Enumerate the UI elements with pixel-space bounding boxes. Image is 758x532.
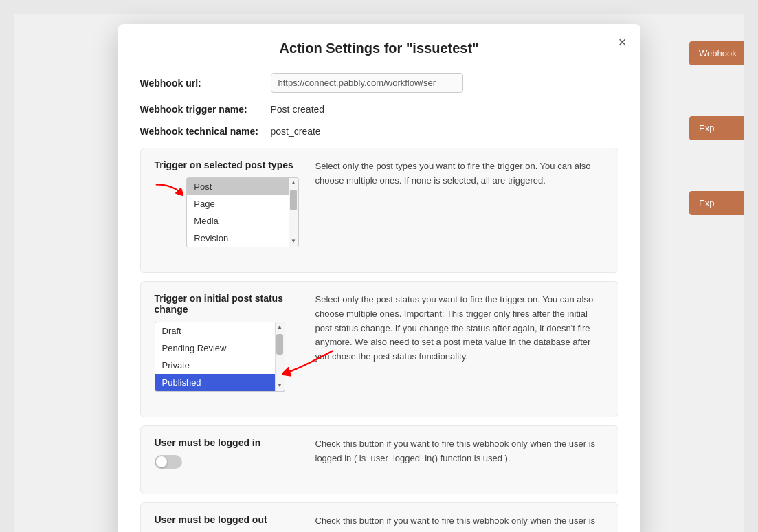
post-status-section: Trigger on initial post status change Dr… [140,281,618,417]
post-status-list[interactable]: DraftPending ReviewPrivatePublishedPendi… [155,322,285,391]
post-status-item-1[interactable]: Pending Review [155,340,285,357]
post-status-left: Trigger on initial post status change Dr… [155,293,299,392]
scrollbar-down-arrow-icon[interactable]: ▼ [289,236,298,245]
technical-name-label: Webhook technical name: [140,126,271,137]
post-status-scroll-up-icon[interactable]: ▲ [276,322,284,331]
webhook-url-label: Webhook url: [140,78,271,89]
post-types-left: Trigger on selected post types [155,159,299,247]
webhook-url-input[interactable] [271,73,463,93]
right-exp1-button[interactable]: Exp [689,116,744,140]
post-types-section: Trigger on selected post types [140,148,618,273]
post-status-arrow-row: DraftPending ReviewPrivatePublishedPendi… [155,322,299,392]
post-types-description: Select only the post types you want to f… [315,159,604,188]
post-status-item-0[interactable]: Draft [155,322,285,340]
post-types-list[interactable]: PostPageMediaRevisionNavigation Menu Ite… [187,178,298,247]
technical-name-row: Webhook technical name: post_create [140,126,618,137]
webhook-url-row: Webhook url: [140,73,618,93]
post-type-item-0[interactable]: Post [187,178,298,195]
trigger-name-label: Webhook trigger name: [140,104,271,115]
post-type-item-1[interactable]: Page [187,195,298,212]
post-status-item-2[interactable]: Private [155,357,285,374]
close-button[interactable]: × [618,35,627,49]
logged-in-description: Check this button if you want to fire th… [315,437,604,466]
logged-out-left: User must be logged out [155,514,299,532]
red-arrow-post-types-icon [155,180,184,201]
red-arrow-post-status-icon [282,349,337,377]
logged-in-toggle[interactable] [155,455,182,469]
post-status-scroll-down-icon[interactable]: ▼ [276,381,284,390]
logged-in-section: User must be logged in Check this button… [140,425,618,494]
right-webhook-button[interactable]: Webhook [689,41,744,65]
modal-title: Action Settings for "issuetest" [140,41,618,56]
logged-out-description: Check this button if you want to fire th… [315,514,604,532]
logged-out-section: User must be logged out Check this butto… [140,502,618,532]
logged-in-title: User must be logged in [155,437,299,448]
post-status-title: Trigger on initial post status change [155,293,299,315]
technical-name-value: post_create [271,126,321,137]
post-type-item-2[interactable]: Media [187,212,298,230]
post-types-arrow-row: PostPageMediaRevisionNavigation Menu Ite… [155,177,299,247]
post-status-item-3[interactable]: Published [155,374,285,391]
action-settings-modal: × Action Settings for "issuetest" Webhoo… [118,24,640,532]
trigger-name-row: Webhook trigger name: Post created [140,104,618,115]
trigger-name-value: Post created [271,104,325,115]
logged-in-toggle-knob [156,456,167,467]
logged-in-left: User must be logged in [155,437,299,469]
scrollbar-thumb [290,190,297,210]
post-status-listbox[interactable]: DraftPending ReviewPrivatePublishedPendi… [155,322,285,392]
post-types-listbox[interactable]: PostPageMediaRevisionNavigation Menu Ite… [186,177,298,247]
scrollbar-up-arrow-icon[interactable]: ▲ [289,178,298,187]
post-types-scrollbar[interactable]: ▲ ▼ [289,178,298,247]
post-type-item-3[interactable]: Revision [187,230,298,247]
post-types-title: Trigger on selected post types [155,159,299,170]
right-exp2-button[interactable]: Exp [689,191,744,215]
post-status-description: Select only the post status you want to … [315,293,604,364]
logged-out-title: User must be logged out [155,514,299,525]
